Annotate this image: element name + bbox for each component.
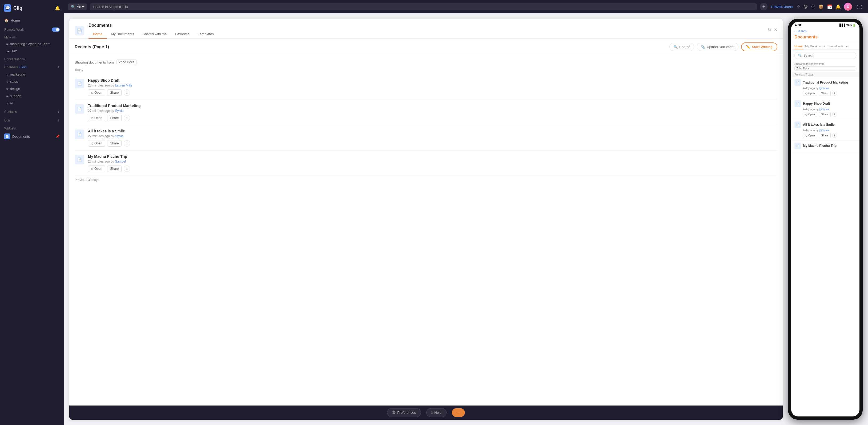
add-channel-icon[interactable]: +: [57, 65, 60, 70]
sidebar-item-home[interactable]: 🏠 Home: [0, 16, 64, 25]
filter-dropdown[interactable]: 🔍 All ▾: [68, 3, 87, 10]
phone-info-btn[interactable]: ℹ: [832, 133, 837, 138]
remote-work-toggle[interactable]: [52, 28, 60, 32]
channel-design[interactable]: # design: [0, 85, 64, 92]
apps-icon[interactable]: 📦: [818, 4, 824, 9]
open-button[interactable]: ◇ Open: [88, 166, 105, 172]
phone-author-link[interactable]: @Sylvia: [819, 108, 829, 111]
join-link[interactable]: • Join: [19, 65, 27, 69]
info-button[interactable]: ℹ: [124, 166, 130, 172]
doc-author-link[interactable]: Samuel: [115, 160, 126, 163]
phone-doc-item: 📄 Traditional Product Marketing A day ag…: [791, 77, 860, 98]
phone-doc-item: 📄 All it takes is a Smile A day ago by @…: [791, 119, 860, 140]
doc-panel-tabs: Home My Documents Shared with me Favorit…: [89, 30, 764, 38]
doc-author-link[interactable]: Sylvia: [115, 109, 123, 113]
phone-tab-shared[interactable]: Shared with me: [828, 44, 848, 49]
info-button[interactable]: ℹ: [124, 115, 130, 121]
phone-search-button[interactable]: 🔍 Search: [795, 52, 856, 59]
notification-icon[interactable]: 🔔: [835, 4, 841, 9]
conversations-label: Conversations: [4, 57, 25, 61]
contacts-section: Contacts +: [0, 107, 64, 115]
invite-users-btn[interactable]: + Invite Users: [771, 5, 793, 9]
doc-toolbar: Recents (Page 1) 🔍 Search 📎 Upload Docum…: [69, 39, 783, 55]
preferences-button[interactable]: ⌘ Preferences: [387, 408, 421, 417]
phone-doc-icon: 📄: [795, 79, 801, 86]
open-button[interactable]: ◇ Open: [88, 89, 105, 96]
hash-icon: #: [6, 80, 8, 84]
tab-favorites[interactable]: Favorites: [171, 30, 193, 39]
help-button[interactable]: ℹ Help: [426, 408, 446, 417]
add-contact-icon[interactable]: +: [57, 109, 60, 114]
info-button[interactable]: ℹ: [124, 140, 130, 147]
phone-doc-meta: A day ago by @Sylvia: [795, 108, 856, 111]
share-button[interactable]: Share: [107, 89, 122, 96]
phone-share-btn[interactable]: Share: [819, 133, 831, 138]
widgets-section: Widgets: [0, 124, 64, 131]
widget-label: Documents: [12, 135, 30, 139]
phone-info-btn[interactable]: ℹ: [832, 91, 837, 95]
global-search[interactable]: Search in All (cmd + k): [90, 3, 756, 10]
phone-open-btn[interactable]: ◇ Open: [803, 112, 817, 117]
share-button[interactable]: Share: [107, 140, 122, 147]
at-icon[interactable]: @: [804, 4, 808, 9]
phone-open-icon: ◇: [805, 134, 807, 137]
sidebar: 💬 Cliq 🔔 🏠 Home Remote Work My Pins # ma…: [0, 0, 64, 425]
refresh-button[interactable]: ↻: [768, 27, 771, 32]
user-avatar[interactable]: U: [844, 3, 852, 11]
phone-doc-actions: ◇ Open Share ℹ: [795, 91, 856, 96]
phone-open-btn[interactable]: ◇ Open: [803, 91, 817, 96]
phone-tab-home[interactable]: Home: [795, 44, 803, 49]
hash-icon: #: [6, 42, 8, 46]
extra-button[interactable]: ···: [452, 408, 465, 417]
start-writing-button[interactable]: ✏️ Start Writing: [741, 42, 777, 51]
phone-tabs: Home My Documents Shared with me: [791, 42, 860, 50]
add-bot-icon[interactable]: +: [57, 118, 60, 123]
close-button[interactable]: ✕: [774, 27, 777, 32]
sidebar-header: 💬 Cliq 🔔: [0, 0, 64, 16]
doc-meta: 23 minutes ago by Lauren Mills: [88, 84, 777, 87]
open-icon: ◇: [91, 116, 93, 120]
pin-item-taz[interactable]: ☁ Taz: [0, 48, 64, 55]
phone-info-btn[interactable]: ℹ: [832, 112, 837, 117]
phone-tab-my-docs[interactable]: My Documents: [805, 44, 825, 49]
grid-icon[interactable]: ⋮⋮: [855, 4, 864, 9]
phone-author-link[interactable]: @Sylvia: [819, 129, 829, 132]
remote-work-label: Remote Work: [4, 28, 24, 31]
phone-author-link[interactable]: @Sylvia: [819, 87, 829, 90]
open-button[interactable]: ◇ Open: [88, 115, 105, 121]
tab-shared-with-me[interactable]: Shared with me: [138, 30, 171, 39]
share-button[interactable]: Share: [107, 115, 122, 121]
open-button[interactable]: ◇ Open: [88, 140, 105, 147]
doc-actions: ◇ Open Share ℹ: [88, 89, 777, 96]
channel-marketing[interactable]: # marketing: [0, 71, 64, 78]
phone-share-btn[interactable]: Share: [819, 112, 831, 117]
channel-support[interactable]: # support: [0, 92, 64, 100]
tab-my-documents[interactable]: My Documents: [106, 30, 138, 39]
phone-doc-row: 📄 My Machu Picchu Trip: [795, 143, 856, 149]
search-button[interactable]: 🔍 Search: [670, 43, 694, 51]
channel-sales[interactable]: # sales: [0, 78, 64, 85]
doc-item: 📄 My Machu Picchu Trip 27 minutes ago by…: [75, 150, 777, 176]
phone-doc-actions: ◇ Open Share ℹ: [795, 112, 856, 117]
doc-title: My Machu Picchu Trip: [88, 154, 777, 159]
channel-all[interactable]: # all: [0, 100, 64, 107]
pin-item-marketing[interactable]: # marketing : Zylnotes Team: [0, 40, 64, 48]
share-button[interactable]: Share: [107, 166, 122, 172]
calendar-icon[interactable]: 📅: [827, 4, 832, 9]
speaker-icon[interactable]: 🔔: [55, 6, 60, 11]
info-button[interactable]: ℹ: [124, 89, 130, 96]
star-icon[interactable]: ☆: [797, 4, 800, 9]
widget-documents[interactable]: 📄 Documents 📌: [0, 131, 64, 141]
tab-templates[interactable]: Templates: [194, 30, 218, 39]
add-button[interactable]: +: [760, 3, 768, 10]
phone-open-btn[interactable]: ◇ Open: [803, 133, 817, 138]
search-icon-topbar: 🔍: [71, 5, 75, 9]
upload-button[interactable]: 📎 Upload Document: [697, 43, 738, 51]
tab-home[interactable]: Home: [89, 30, 106, 39]
doc-author-link[interactable]: Lauren Mills: [115, 84, 132, 87]
doc-author-link[interactable]: Sylvia: [115, 134, 123, 138]
phone-time: 4:38: [795, 24, 801, 27]
phone-share-btn[interactable]: Share: [819, 91, 831, 96]
phone-back-nav[interactable]: ‹ Search: [791, 28, 860, 35]
history-icon[interactable]: ⏱: [811, 4, 815, 9]
